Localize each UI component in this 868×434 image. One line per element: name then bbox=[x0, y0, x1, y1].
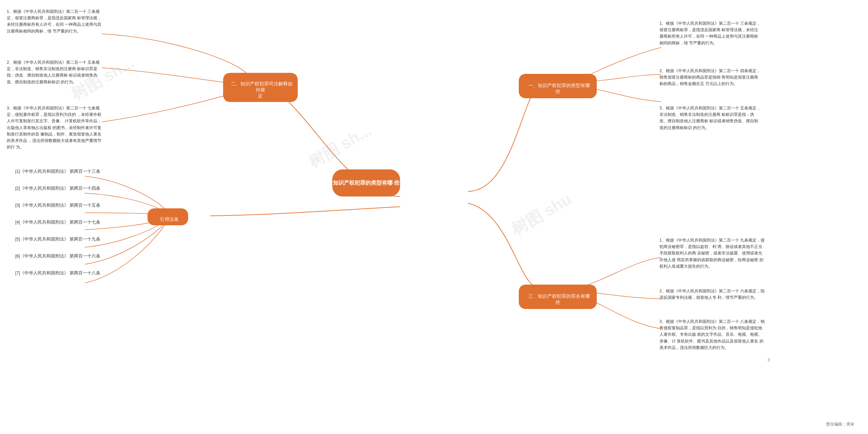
left-top-text-3: 3、根据《中华人民共和国刑法》第二百一十 七条规定，侵犯著作权罪，是指以营利为目… bbox=[7, 105, 102, 150]
left-top-text-1: 1、根据《中华人民共和国刑法》第二百一十 三条规定，假冒注册商标罪，是指违反国家… bbox=[7, 8, 102, 35]
left-top-text-2: 2、根据《中华人民共和国刑法》第二百一十 五条规定，非法制造、销售非法制造的注册… bbox=[7, 59, 102, 85]
citation-4: [4]《中华人民共和国刑法》 第两百一十七条 bbox=[15, 220, 100, 225]
right-top-text-1: 1、根据《中华人民共和国刑法》第二百一十 三条规定，假冒注册商标罪，是指违反国家… bbox=[659, 20, 761, 46]
branch-right-top: 一、知识产权犯罪的类型有哪些 bbox=[519, 74, 597, 98]
footer-editor: 责任编辑：周末 bbox=[826, 421, 854, 427]
citation-5: [5]《中华人民共和国刑法》 第两百一十九条 bbox=[15, 236, 100, 242]
right-bottom-text-3: 3、根据《中华人民共和国刑法》第二百一十 八条规定，销售侵权复制品罪，是指以营利… bbox=[659, 318, 765, 351]
right-top-text-3: 3、根据《中华人民共和国刑法》第二百一十 五条规定，非法制造、销售非法制造的注册… bbox=[659, 105, 761, 131]
right-bottom-text-1: 1、根据《中华人民共和国刑法》第二百一十 九条规定，侵犯商业秘密罪，是指以盗窃、… bbox=[659, 237, 765, 270]
center-label: 知识产权犯罪的类型有哪 些 bbox=[333, 180, 399, 187]
citation-6: [6]《中华人民共和国刑法》 第两百一十六条 bbox=[15, 253, 100, 259]
branch-citations-label: 引用法条 bbox=[160, 216, 179, 222]
footer-label: 责任编辑：周末 bbox=[826, 422, 854, 427]
citation-7: [7]《中华人民共和国刑法》 第两百一十八条 bbox=[15, 270, 100, 276]
center-node: 知识产权犯罪的类型有哪 些 bbox=[332, 169, 400, 197]
right-top-text-2: 2、根据《中华人民共和国刑法》第二百一十 四条规定，销售假冒注册商标的商品罪是指… bbox=[659, 68, 761, 87]
branch-right-bottom-label: 三、知识产权犯罪的罪名有哪些 bbox=[528, 293, 590, 305]
branch-right-bottom: 三、知识产权犯罪的罪名有哪些 bbox=[519, 285, 597, 309]
detection-it: it bbox=[768, 357, 770, 363]
branch-left-top: 二、知识产权犯罪司法解释如何规 定 bbox=[223, 73, 298, 102]
watermark-3: 树图 shu bbox=[508, 188, 576, 240]
watermark-2: 树图 sh... bbox=[304, 120, 376, 173]
citation-2: [2]《中华人民共和国刑法》 第两百一十四条 bbox=[15, 186, 100, 191]
citation-1: [1]《中华人民共和国刑法》 第两百一十三条 bbox=[15, 169, 100, 174]
citation-3: [3]《中华人民共和国刑法》 第两百一十五条 bbox=[15, 203, 100, 208]
right-bottom-text-2: 2、根据《中华人民共和国刑法》第二百一十 六条规定，指违反国家专利法规，假冒他人… bbox=[659, 288, 765, 301]
branch-citations: 引用法条 bbox=[147, 208, 188, 225]
branch-right-top-label: 一、知识产权犯罪的类型有哪些 bbox=[528, 83, 590, 94]
branch-left-top-label: 二、知识产权犯罪司法解释如何规 定 bbox=[231, 81, 293, 99]
